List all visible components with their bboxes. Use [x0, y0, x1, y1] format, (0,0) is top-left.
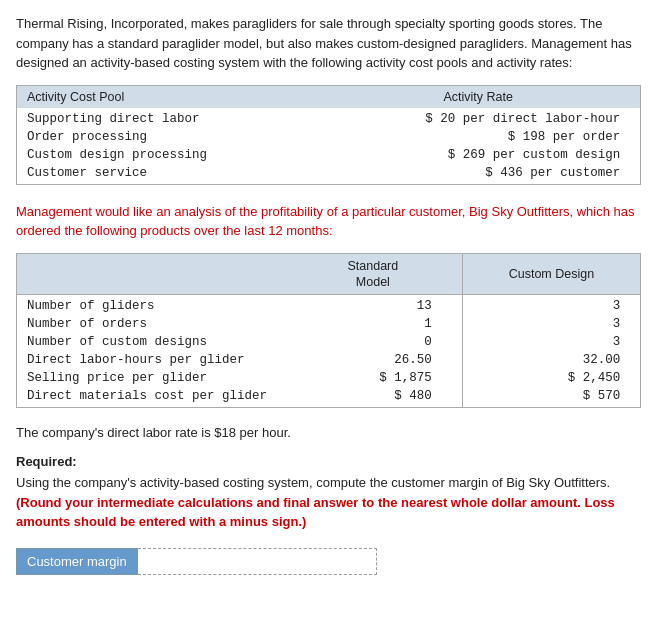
mid-paragraph-text: Management would like an analysis of the… — [16, 204, 635, 239]
products-table-row: Selling price per glider $ 1,875 $ 2,450 — [17, 369, 640, 387]
product-custom-cell: 3 — [462, 333, 640, 351]
activity-table-row: Custom design processing $ 269 per custo… — [17, 146, 640, 164]
required-desc-bold: (Round your intermediate calculations an… — [16, 495, 615, 530]
product-standard-cell: 0 — [284, 333, 462, 351]
required-desc-normal: Using the company's activity-based costi… — [16, 475, 610, 490]
product-label-cell: Direct labor-hours per glider — [17, 351, 284, 369]
activity-pool-cell: Supporting direct labor — [17, 108, 316, 128]
products-table: StandardModel Custom Design Number of gl… — [17, 254, 640, 408]
products-table-row: Number of gliders 13 3 — [17, 295, 640, 316]
product-standard-cell: 1 — [284, 315, 462, 333]
customer-margin-label: Customer margin — [16, 548, 138, 575]
activity-table: Activity Cost Pool Activity Rate Support… — [17, 86, 640, 184]
product-standard-cell: $ 480 — [284, 387, 462, 407]
activity-table-row: Order processing $ 198 per order — [17, 128, 640, 146]
activity-table-header-row: Activity Cost Pool Activity Rate — [17, 86, 640, 108]
product-custom-cell: 3 — [462, 295, 640, 316]
activity-rate-cell: $ 436 per customer — [316, 164, 640, 184]
products-col2-header: StandardModel — [284, 254, 462, 295]
product-label-cell: Direct materials cost per glider — [17, 387, 284, 407]
product-label-cell: Number of gliders — [17, 295, 284, 316]
product-standard-cell: $ 1,875 — [284, 369, 462, 387]
products-col3-header: Custom Design — [462, 254, 640, 295]
product-label-cell: Number of custom designs — [17, 333, 284, 351]
activity-table-row: Customer service $ 436 per customer — [17, 164, 640, 184]
required-label: Required: — [16, 454, 654, 469]
activity-col2-header: Activity Rate — [316, 86, 640, 108]
customer-margin-row: Customer margin — [16, 548, 654, 575]
product-custom-cell: 32.00 — [462, 351, 640, 369]
labor-text: The company's direct labor rate is $18 p… — [16, 425, 654, 440]
required-desc: Using the company's activity-based costi… — [16, 473, 654, 532]
products-col1-header — [17, 254, 284, 295]
activity-pool-cell: Order processing — [17, 128, 316, 146]
product-label-cell: Number of orders — [17, 315, 284, 333]
product-custom-cell: $ 570 — [462, 387, 640, 407]
activity-rate-cell: $ 20 per direct labor-hour — [316, 108, 640, 128]
activity-table-row: Supporting direct labor $ 20 per direct … — [17, 108, 640, 128]
customer-margin-input[interactable] — [138, 548, 377, 575]
product-label-cell: Selling price per glider — [17, 369, 284, 387]
activity-col1-header: Activity Cost Pool — [17, 86, 316, 108]
products-table-row: Number of custom designs 0 3 — [17, 333, 640, 351]
activity-pool-cell: Custom design processing — [17, 146, 316, 164]
activity-rate-cell: $ 198 per order — [316, 128, 640, 146]
activity-pool-cell: Customer service — [17, 164, 316, 184]
product-standard-cell: 13 — [284, 295, 462, 316]
activity-rate-cell: $ 269 per custom design — [316, 146, 640, 164]
products-table-row: Direct materials cost per glider $ 480 $… — [17, 387, 640, 407]
activity-table-wrapper: Activity Cost Pool Activity Rate Support… — [16, 85, 641, 185]
product-custom-cell: 3 — [462, 315, 640, 333]
mid-paragraph: Management would like an analysis of the… — [16, 202, 654, 241]
product-custom-cell: $ 2,450 — [462, 369, 640, 387]
product-standard-cell: 26.50 — [284, 351, 462, 369]
products-table-row: Direct labor-hours per glider 26.50 32.0… — [17, 351, 640, 369]
products-table-row: Number of orders 1 3 — [17, 315, 640, 333]
products-table-wrapper: StandardModel Custom Design Number of gl… — [16, 253, 641, 409]
products-table-header-row: StandardModel Custom Design — [17, 254, 640, 295]
intro-text: Thermal Rising, Incorporated, makes para… — [16, 14, 654, 73]
